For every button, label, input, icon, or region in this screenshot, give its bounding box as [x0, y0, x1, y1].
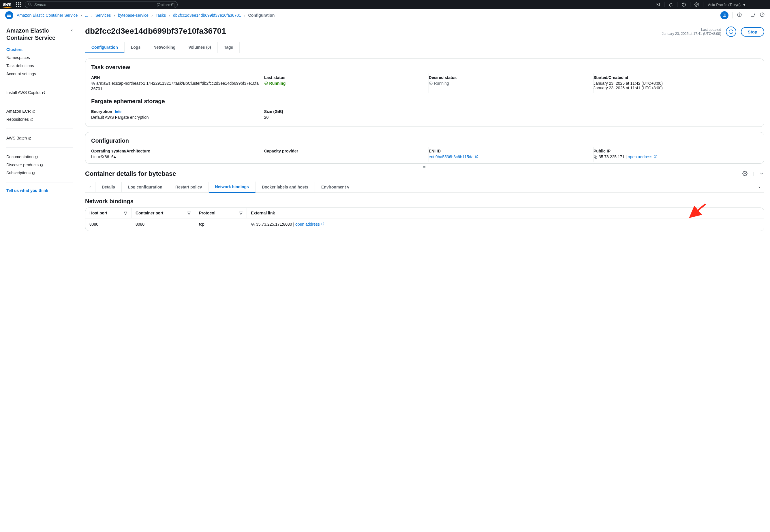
copy-icon[interactable]	[594, 155, 598, 160]
sort-icon[interactable]: ▽	[239, 211, 242, 215]
sidebar-item-repositories[interactable]: Repositories	[6, 115, 73, 123]
tab-configuration[interactable]: Configuration	[85, 42, 125, 53]
last-status-value: Running	[264, 81, 425, 86]
breadcrumb-link[interactable]: bytebase-service	[118, 13, 148, 18]
global-search-input[interactable]: Search [Option+S]	[25, 1, 178, 8]
page-title: db2fcc2d3ee14db699bf37e10fa36701	[85, 27, 226, 36]
tab-logs[interactable]: Logs	[125, 42, 147, 53]
col-external-link: External link	[247, 208, 764, 218]
breadcrumb-link[interactable]: Tasks	[156, 13, 166, 18]
os-arch-value: Linux/X86_64	[91, 154, 260, 159]
sidebar-item-namespaces[interactable]: Namespaces	[6, 54, 73, 62]
svg-rect-10	[751, 13, 754, 16]
table-row: 8080 8080 tcp 35.73.225.171:8080 | open …	[85, 218, 764, 231]
svg-point-14	[264, 82, 268, 85]
sort-icon[interactable]: ▽	[187, 211, 191, 215]
top-nav: aws Search [Option+S] Asia Pacific (Toky…	[0, 0, 770, 9]
help-icon[interactable]	[679, 0, 688, 9]
sidebar-title: Amazon Elastic Container Service	[6, 27, 73, 41]
tabs-scroll-left[interactable]: ‹	[85, 182, 95, 192]
svg-point-18	[744, 173, 746, 174]
tab-networking[interactable]: Networking	[147, 42, 182, 53]
chevron-right-icon: ›	[114, 13, 115, 18]
configuration-heading: Configuration	[91, 137, 758, 144]
aws-logo[interactable]: aws	[3, 2, 12, 8]
panel-toggle-button[interactable]	[720, 11, 728, 19]
sidebar-item-install-copilot[interactable]: Install AWS Copilot	[6, 88, 73, 97]
tab-log-configuration[interactable]: Log configuration	[122, 182, 169, 192]
tabs-scroll-right[interactable]: ›	[754, 182, 764, 192]
settings-icon[interactable]	[692, 0, 701, 9]
chevron-down-icon[interactable]	[759, 171, 764, 177]
gear-icon[interactable]	[742, 171, 748, 177]
eni-id-link[interactable]: eni-0ba5536b3c6b115da	[429, 154, 478, 159]
arn-label: ARN	[91, 75, 260, 80]
started-value-2: January 23, 2025 at 11:41 (UTC+8:00)	[594, 86, 754, 90]
configuration-panel: Configuration Operating system/Architect…	[85, 132, 764, 164]
col-protocol[interactable]: Protocol▽	[195, 208, 247, 218]
breadcrumb-current: Configuration	[248, 13, 275, 18]
copy-icon[interactable]	[91, 82, 95, 86]
arn-value: arn:aws:ecs:ap-northeast-1:144229113217:…	[91, 81, 260, 91]
chevron-right-icon: ›	[81, 13, 82, 18]
sidebar-collapse-icon[interactable]: ‹	[71, 27, 73, 33]
split-handle[interactable]: =	[85, 165, 764, 169]
eni-id-label: ENI ID	[429, 149, 589, 153]
tab-network-bindings[interactable]: Network bindings	[209, 182, 255, 193]
services-grid-icon[interactable]	[16, 2, 21, 7]
breadcrumb-link[interactable]: db2fcc2d3ee14db699bf37e10fa36701	[173, 13, 241, 18]
cloudshell-icon[interactable]	[653, 0, 662, 9]
sidebar-item-account-settings[interactable]: Account settings	[6, 70, 73, 78]
tab-restart-policy[interactable]: Restart policy	[169, 182, 209, 192]
sidebar-item-subscriptions[interactable]: Subscriptions	[6, 169, 73, 177]
sidebar-item-discover-products[interactable]: Discover products	[6, 161, 73, 169]
chevron-right-icon: ›	[151, 13, 153, 18]
search-icon	[28, 2, 32, 7]
open-address-link[interactable]: open address	[295, 222, 324, 227]
chevron-right-icon: ›	[169, 13, 170, 18]
public-ip-label: Public IP	[594, 149, 754, 153]
caret-down-icon: ▼	[742, 3, 746, 7]
tab-tags[interactable]: Tags	[218, 42, 240, 53]
breadcrumb-link[interactable]: ...	[85, 13, 88, 18]
breadcrumb: Amazon Elastic Container Service › ... ›…	[17, 13, 274, 18]
preferences-icon[interactable]	[750, 12, 756, 18]
breadcrumb-link[interactable]: Services	[95, 13, 111, 18]
breadcrumb-link[interactable]: Amazon Elastic Container Service	[17, 13, 78, 18]
size-label: Size (GiB)	[264, 109, 425, 114]
notifications-icon[interactable]	[666, 0, 675, 9]
stop-button[interactable]: Stop	[741, 27, 764, 37]
col-host-port[interactable]: Host port▽	[85, 208, 131, 218]
breadcrumb-bar: Amazon Elastic Container Service › ... ›…	[0, 9, 770, 21]
chevron-right-icon: ›	[244, 13, 245, 18]
sidebar-feedback-link[interactable]: Tell us what you think	[6, 188, 73, 193]
cell-host-port: 8080	[85, 218, 131, 231]
task-overview-panel: Task overview ARN arn:aws:ecs:ap-northea…	[85, 59, 764, 127]
info-icon[interactable]	[737, 12, 742, 18]
tab-volumes[interactable]: Volumes (0)	[182, 42, 217, 53]
region-selector[interactable]: Asia Pacific (Tokyo) ▼	[705, 3, 749, 7]
sidebar-item-clusters[interactable]: Clusters	[6, 46, 73, 54]
sort-icon[interactable]: ▽	[124, 211, 127, 215]
tab-environment[interactable]: Environment v	[315, 182, 355, 192]
copy-icon[interactable]	[251, 223, 255, 227]
sidebar-item-task-definitions[interactable]: Task definitions	[6, 62, 73, 70]
sidebar-item-amazon-ecr[interactable]: Amazon ECR	[6, 107, 73, 115]
crumb-right-actions	[720, 11, 765, 19]
svg-point-15	[430, 82, 433, 85]
tab-docker-labels[interactable]: Docker labels and hosts	[255, 182, 315, 192]
info-link[interactable]: Info	[115, 110, 121, 114]
tab-details[interactable]: Details	[95, 182, 122, 192]
public-ip-value: 35.73.225.171 | open address	[594, 154, 754, 160]
main-content: db2fcc2d3ee14db699bf37e10fa36701 Last up…	[79, 21, 770, 236]
size-value: 20	[264, 115, 425, 120]
encryption-label: Encryption Info	[91, 109, 260, 114]
col-container-port[interactable]: Container port▽	[131, 208, 195, 218]
open-address-link[interactable]: open address	[628, 154, 657, 159]
recent-icon[interactable]	[760, 12, 765, 18]
sidebar-item-aws-batch[interactable]: AWS Batch	[6, 134, 73, 142]
refresh-button[interactable]	[726, 27, 736, 37]
sidebar-item-documentation[interactable]: Documentation	[6, 153, 73, 161]
hamburger-menu-button[interactable]	[5, 11, 13, 19]
search-shortcut-hint: [Option+S]	[157, 3, 174, 7]
